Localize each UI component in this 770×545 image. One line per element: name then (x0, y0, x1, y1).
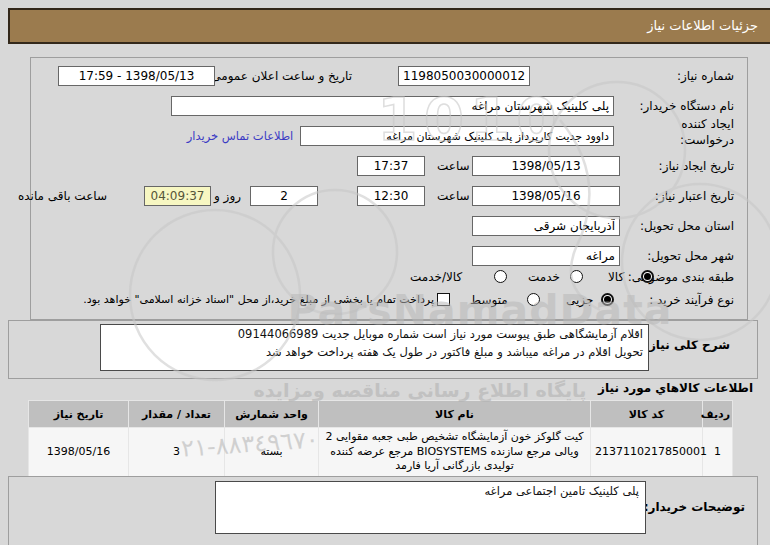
creator-field[interactable] (300, 126, 614, 146)
remaining-timer: 04:09:37 (144, 186, 211, 206)
col-unit: واحد شمارش (225, 401, 319, 428)
treasury-checkbox[interactable] (437, 293, 450, 306)
radio-partial[interactable] (601, 293, 614, 306)
buyer-notes-label: توضیحات خریدار: (644, 500, 745, 514)
valid-date-field[interactable] (472, 186, 620, 206)
radio-service-label: خدمت (528, 270, 560, 284)
description-label: شرح کلی نیاز: (644, 338, 730, 352)
radio-goods-label: کالا (608, 270, 624, 284)
treasury-checkbox-label: پرداخت تمام یا بخشی از مبلغ خرید،از محل … (62, 293, 434, 306)
radio-medium-label: متوسط (470, 293, 508, 307)
create-date-label: تاریخ ایجاد نیاز: (659, 159, 734, 173)
buyer-contact-link[interactable]: اطلاعات تماس خریدار (183, 129, 297, 143)
cell-need-date: 1398/05/16 (29, 428, 129, 477)
buyer-notes-textarea[interactable]: پلی کلینیک تامین اجتماعی مراغه (215, 481, 646, 534)
valid-time-field[interactable] (357, 186, 425, 206)
remaining-suffix-label: ساعت باقی مانده (18, 189, 107, 203)
goods-table-header-row: ردیف کد کالا نام کالا واحد شمارش تعداد /… (29, 401, 733, 428)
radio-service[interactable] (570, 270, 583, 283)
cell-row-no: 1 (703, 428, 733, 477)
create-hour-label: ساعت (437, 159, 470, 173)
description-textarea[interactable]: اقلام آزمایشگاهی طبق پیوست مورد نیاز است… (100, 324, 649, 371)
city-field[interactable] (472, 246, 620, 266)
cell-unit: بسته (225, 428, 319, 477)
goods-table-row[interactable]: 1 2137110217850001 کیت گلوکز خون آزمایشگ… (29, 428, 733, 477)
col-need-date: تاریخ نیاز (29, 401, 129, 428)
announce-datetime-label: تاریخ و ساعت اعلان عمومی: (207, 69, 352, 83)
cell-item-name: کیت گلوکز خون آزمایشگاه تشخیص طبی جعبه م… (319, 428, 591, 477)
cell-quantity: 3 (129, 428, 225, 477)
remaining-days-label: روز و (214, 189, 241, 203)
radio-medium[interactable] (527, 293, 540, 306)
province-field[interactable] (472, 216, 620, 236)
radio-partial-label: جزیی (566, 293, 593, 307)
goods-section-title: اطلاعات کالاهاي مورد نیاز (598, 381, 753, 395)
col-quantity: تعداد / مقدار (129, 401, 225, 428)
process-type-label: نوع فرآیند خرید : (649, 293, 734, 307)
create-date-field[interactable] (472, 156, 620, 176)
buyer-org-field[interactable] (171, 96, 614, 116)
need-number-field[interactable] (398, 66, 530, 86)
creator-label: ایجاد کننده درخواست: (646, 117, 734, 148)
cell-item-code: 2137110217850001 (591, 428, 703, 477)
remaining-days-field[interactable] (250, 186, 318, 206)
goods-table: ردیف کد کالا نام کالا واحد شمارش تعداد /… (28, 400, 733, 477)
col-item-code: کد کالا (591, 401, 703, 428)
watermark-site-line: پایگاه اطلاع رسانی مناقصه ومزایده (254, 379, 587, 402)
city-label: شهر محل تحویل: (647, 249, 734, 263)
radio-goods-service-label: کالا/خدمت (410, 270, 462, 284)
buyer-org-label: نام دستگاه خریدار: (640, 99, 735, 113)
province-label: استان محل تحویل: (640, 219, 734, 233)
valid-date-label: تاریخ اعتبار نیاز: (655, 189, 734, 203)
radio-goods-service[interactable] (494, 270, 507, 283)
valid-hour-label: ساعت (437, 189, 470, 203)
radio-goods[interactable] (641, 270, 654, 283)
page-title: جزئیات اطلاعات نیاز (8, 8, 770, 44)
need-details-page: 1010 ParsNamadData پایگاه اطلاع رسانی من… (0, 0, 770, 545)
create-time-field[interactable] (357, 156, 425, 176)
need-number-label: شماره نیاز: (677, 69, 734, 83)
col-item-name: نام کالا (319, 401, 591, 428)
announce-datetime-field[interactable] (58, 66, 215, 86)
col-row-no: ردیف (703, 401, 733, 428)
